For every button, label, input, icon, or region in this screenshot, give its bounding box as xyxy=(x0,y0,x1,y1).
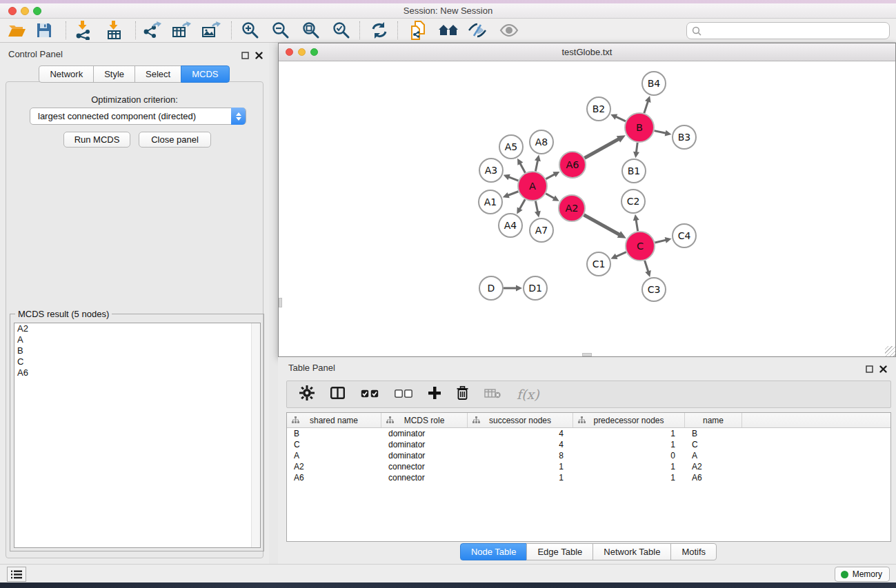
graph-edge-A-A3[interactable] xyxy=(504,174,519,181)
memory-button[interactable]: Memory xyxy=(835,567,890,582)
column-header-MCDS-role[interactable]: MCDS role xyxy=(381,413,468,427)
tab-network[interactable]: Network xyxy=(39,65,94,83)
graph-edge-A-A6[interactable] xyxy=(546,172,559,179)
clone-network-icon[interactable] xyxy=(406,21,431,40)
graph-node-B4[interactable]: B4 xyxy=(642,72,666,95)
close-panel-icon[interactable] xyxy=(255,50,263,62)
zoom-fit-icon[interactable] xyxy=(299,21,323,40)
close-panel-button[interactable]: Close panel xyxy=(139,132,211,148)
graph-edge-C-C2[interactable] xyxy=(633,214,639,231)
zoom-selected-icon[interactable] xyxy=(329,21,354,40)
graph-edge-D-D1[interactable] xyxy=(504,285,522,292)
graph-node-C4[interactable]: C4 xyxy=(673,224,696,247)
result-item[interactable]: A6 xyxy=(14,367,260,378)
graph-edge-A-A8[interactable] xyxy=(535,155,541,172)
graph-node-C[interactable]: C xyxy=(626,232,655,261)
graph-edge-A-A2[interactable] xyxy=(546,194,559,201)
import-network-icon[interactable] xyxy=(71,21,96,40)
table-row[interactable]: A2connector11A2 xyxy=(287,461,890,472)
tab-select[interactable]: Select xyxy=(135,65,181,83)
optimization-criterion-dropdown[interactable]: largest connected component (directed) xyxy=(30,108,246,125)
task-history-button[interactable] xyxy=(7,567,26,582)
table-settings-gear-icon[interactable] xyxy=(299,385,315,403)
search-input[interactable] xyxy=(705,24,889,38)
show-eye-icon[interactable] xyxy=(497,21,521,40)
graph-node-A5[interactable]: A5 xyxy=(499,135,523,159)
table-row[interactable]: Cdominator41C xyxy=(287,439,890,450)
tab-mcds[interactable]: MCDS xyxy=(181,65,229,83)
column-header-shared-name[interactable]: shared name xyxy=(287,413,381,427)
graph-edge-A-A1[interactable] xyxy=(503,192,519,199)
close-window-light[interactable] xyxy=(8,7,17,15)
graph-node-D[interactable]: D xyxy=(479,276,503,300)
run-mcds-button[interactable]: Run MCDS xyxy=(63,132,130,148)
hide-selected-icon[interactable] xyxy=(465,21,490,40)
graph-node-A6[interactable]: A6 xyxy=(559,152,586,178)
graph-node-C2[interactable]: C2 xyxy=(621,190,645,213)
table-row[interactable]: Adominator80A xyxy=(287,450,890,461)
column-header-successor-nodes[interactable]: successor nodes xyxy=(468,413,573,427)
export-network-icon[interactable] xyxy=(140,21,165,40)
export-image-icon[interactable] xyxy=(199,21,223,40)
graph-node-D1[interactable]: D1 xyxy=(524,276,547,300)
graph-edge-A6-B[interactable] xyxy=(584,135,625,158)
network-close-light[interactable] xyxy=(286,48,293,56)
refresh-icon[interactable] xyxy=(367,21,392,40)
zoom-out-icon[interactable] xyxy=(268,21,293,40)
network-window-titlebar[interactable]: testGlobe.txt xyxy=(279,43,895,61)
graph-edge-A-A7[interactable] xyxy=(535,201,541,218)
home-icon[interactable] xyxy=(436,21,461,40)
export-table-icon[interactable] xyxy=(169,21,194,40)
graph-node-A7[interactable]: A7 xyxy=(530,219,553,242)
float-table-panel-icon[interactable] xyxy=(866,363,873,376)
table-row[interactable]: Bdominator41B xyxy=(287,428,890,439)
minimize-window-light[interactable] xyxy=(21,7,29,15)
graph-edge-B-B4[interactable] xyxy=(644,96,651,113)
zoom-in-icon[interactable] xyxy=(238,21,263,40)
tab-edge-table[interactable]: Edge Table xyxy=(526,543,593,560)
graph-edge-A-A5[interactable] xyxy=(517,159,525,173)
graph-node-A8[interactable]: A8 xyxy=(530,130,553,154)
graph-node-A3[interactable]: A3 xyxy=(479,159,503,182)
graph-node-A[interactable]: A xyxy=(518,172,547,201)
graph-node-A4[interactable]: A4 xyxy=(499,214,522,237)
column-header-name[interactable]: name xyxy=(685,413,742,427)
show-columns-icon[interactable] xyxy=(330,387,345,402)
graph-node-B1[interactable]: B1 xyxy=(622,159,646,183)
search-field[interactable] xyxy=(686,22,890,39)
save-session-icon[interactable] xyxy=(32,21,57,40)
tab-node-table[interactable]: Node Table xyxy=(460,543,528,560)
canvas-bottom-splitter-handle[interactable] xyxy=(582,353,592,356)
graph-node-C3[interactable]: C3 xyxy=(642,278,666,301)
canvas-left-splitter-handle[interactable] xyxy=(279,298,282,307)
graph-edge-B-B2[interactable] xyxy=(610,114,626,121)
tab-style[interactable]: Style xyxy=(93,65,135,83)
network-canvas[interactable]: B4B2BB3A8A5A6A3B1AA1C2A2A4A7C4CC1C3DD1 xyxy=(279,61,895,356)
graph-edge-C-C4[interactable] xyxy=(655,237,671,243)
zoom-window-light[interactable] xyxy=(33,7,41,15)
result-item[interactable]: B xyxy=(14,345,260,356)
open-file-icon[interactable] xyxy=(4,21,29,40)
delete-column-trash-icon[interactable] xyxy=(457,386,468,403)
select-all-icon[interactable] xyxy=(361,388,379,401)
network-zoom-light[interactable] xyxy=(310,48,318,56)
close-table-panel-icon[interactable] xyxy=(879,363,887,376)
graph-node-B2[interactable]: B2 xyxy=(587,97,610,121)
window-resize-grip[interactable] xyxy=(885,346,895,356)
graph-node-A2[interactable]: A2 xyxy=(559,195,585,221)
network-minimize-light[interactable] xyxy=(298,48,306,56)
graph-node-B[interactable]: B xyxy=(625,113,654,142)
graph-node-B3[interactable]: B3 xyxy=(673,125,696,149)
table-row[interactable]: A6connector11A6 xyxy=(287,472,890,483)
graph-edge-B-B3[interactable] xyxy=(655,130,672,136)
add-column-icon[interactable] xyxy=(428,387,441,402)
result-item[interactable]: C xyxy=(14,356,260,367)
graph-edge-A-A4[interactable] xyxy=(517,199,525,214)
tab-motifs[interactable]: Motifs xyxy=(670,543,717,560)
tab-network-table[interactable]: Network Table xyxy=(593,543,671,560)
graph-edge-C-C1[interactable] xyxy=(610,252,626,259)
import-table-icon[interactable] xyxy=(102,21,127,40)
deselect-all-icon[interactable] xyxy=(395,388,412,401)
graph-edge-A2-C[interactable] xyxy=(584,215,626,239)
float-panel-icon[interactable] xyxy=(241,50,249,62)
